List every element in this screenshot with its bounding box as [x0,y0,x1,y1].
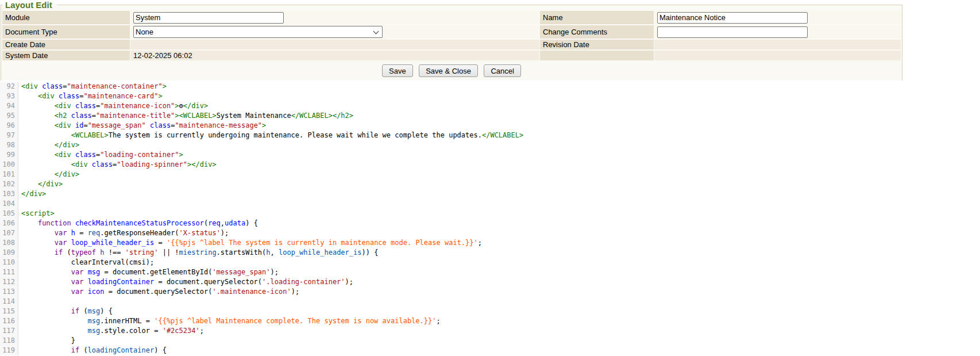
code-text: </div> [18,189,46,199]
code-line[interactable]: 117 msg.style.color = '#2c5234'; [0,326,980,336]
code-line[interactable]: 93 <div class="maintenance-card"> [0,91,980,101]
line-number: 97 [0,131,18,140]
module-label: Module [2,11,130,24]
code-line[interactable]: 109 if (typeof h !== 'string' || !miestr… [0,248,980,258]
code-line[interactable]: 92<div class="maintenance-container"> [0,82,980,91]
line-number: 94 [0,101,18,111]
line-number: 107 [0,228,18,238]
name-label: Name [540,11,654,24]
line-number: 95 [0,111,18,121]
code-line[interactable]: 118 } [0,336,980,346]
code-line[interactable]: 102 </div> [0,179,980,189]
form-row: ModuleName [2,11,901,24]
line-number: 110 [0,258,18,267]
code-line[interactable]: 95 <h2 class="maintenance-title"><WCLABE… [0,111,980,121]
code-editor[interactable]: 92<div class="maintenance-container">93 … [0,82,980,355]
document-type-select-cell: None [130,25,539,39]
module-input[interactable] [133,12,284,24]
code-text: clearInterval(cmsi); [18,258,154,267]
revision-date-value [654,40,901,49]
code-line[interactable]: 114 [0,297,980,307]
code-line[interactable]: 96 <div id="message_span" class="mainten… [0,121,980,131]
code-text: </div> [18,179,63,189]
code-text [18,199,21,209]
code-line[interactable]: 111 var msg = document.getElementById('m… [0,267,980,277]
code-text: var loop_while_header_is = '{{%pjs ^labe… [18,238,482,248]
code-line[interactable]: 101 </div> [0,170,980,179]
code-line[interactable]: 113 var icon = document.querySelector('.… [0,287,980,297]
document-type-select[interactable]: None [133,26,383,38]
code-line[interactable]: 99 <div class="loading-container"> [0,150,980,160]
code-text: </div> [18,140,79,150]
code-text: <WCLABEL>The system is currently undergo… [18,131,523,140]
code-text: var h = req.getResponseHeader('X-status'… [18,228,229,238]
empty-label [540,51,654,60]
code-line[interactable]: 107 var h = req.getResponseHeader('X-sta… [0,228,980,238]
code-text: <div id="message_span" class="maintenanc… [18,121,266,131]
code-text: <div class="loading-container"> [18,150,183,160]
name-input[interactable] [657,12,808,24]
line-number: 98 [0,140,18,150]
code-line[interactable]: 97 <WCLABEL>The system is currently unde… [0,131,980,140]
code-line[interactable]: 112 var loadingContainer = document.quer… [0,277,980,287]
code-line[interactable]: 108 var loop_while_header_is = '{{%pjs ^… [0,238,980,248]
line-number: 116 [0,316,18,326]
code-text: <div class="maintenance-card"> [18,91,163,101]
code-line[interactable]: 110 clearInterval(cmsi); [0,258,980,267]
line-number: 117 [0,326,18,336]
line-number: 118 [0,336,18,346]
line-number: 99 [0,150,18,160]
page-title: Layout Edit [3,0,57,10]
code-text: <div class="loading-spinner"></div> [18,160,217,170]
system-date-label: System Date [2,51,130,60]
line-number: 113 [0,287,18,297]
line-number: 119 [0,346,18,355]
form-row: Create DateRevision Date [2,40,901,49]
line-number: 114 [0,297,18,307]
system-date-value: 12-02-2025 06:02 [130,51,539,60]
create-date-value [130,40,539,49]
code-text: msg.style.color = '#2c5234'; [18,326,204,336]
code-line[interactable]: 106 function checkMaintenanceStatusProce… [0,219,980,228]
code-line[interactable]: 100 <div class="loading-spinner"></div> [0,160,980,170]
code-text: } [18,336,75,346]
cancel-button[interactable]: Cancel [484,64,520,77]
code-text: <div class="maintenance-icon">⚙</div> [18,101,208,111]
change-comments-input-cell [654,25,901,39]
code-line[interactable]: 116 msg.innerHTML = '{{%pjs ^label Maint… [0,316,980,326]
module-input-cell [130,11,539,24]
line-number: 115 [0,307,18,316]
save-button[interactable]: Save [382,64,413,77]
code-text: function checkMaintenanceStatusProcessor… [18,219,258,228]
code-text: if (msg) { [18,307,113,316]
code-line[interactable]: 115 if (msg) { [0,307,980,316]
change-comments-input[interactable] [657,26,808,38]
line-number: 105 [0,209,18,219]
code-text: <h2 class="maintenance-title"><WCLABEL>S… [18,111,353,121]
form-row: Document TypeNoneChange Comments [2,25,901,39]
create-date-label: Create Date [2,40,130,49]
form-table-body: ModuleNameDocument TypeNoneChange Commen… [2,11,901,60]
layout-edit-panel: Layout Edit ModuleNameDocument TypeNoneC… [1,0,902,81]
code-line[interactable]: 104 [0,199,980,209]
code-text: if (loadingContainer) { [18,346,167,355]
line-number: 106 [0,219,18,228]
code-text [18,297,21,307]
line-number: 112 [0,277,18,287]
save-close-button[interactable]: Save & Close [419,64,478,77]
name-input-cell [654,11,901,24]
code-text: var icon = document.querySelector('.main… [18,287,299,297]
form-row: System Date12-02-2025 06:02 [2,51,901,60]
code-text: var loadingContainer = document.querySel… [18,277,353,287]
line-number: 109 [0,248,18,258]
code-line[interactable]: 119 if (loadingContainer) { [0,346,980,355]
empty-value [654,51,901,60]
code-line[interactable]: 94 <div class="maintenance-icon">⚙</div> [0,101,980,111]
code-line[interactable]: 98 </div> [0,140,980,150]
line-number: 92 [0,82,18,91]
code-text: </div> [18,170,79,179]
code-text: var msg = document.getElementById('messa… [18,267,279,277]
code-line[interactable]: 103</div> [0,189,980,199]
line-number: 96 [0,121,18,131]
code-line[interactable]: 105<script> [0,209,980,219]
